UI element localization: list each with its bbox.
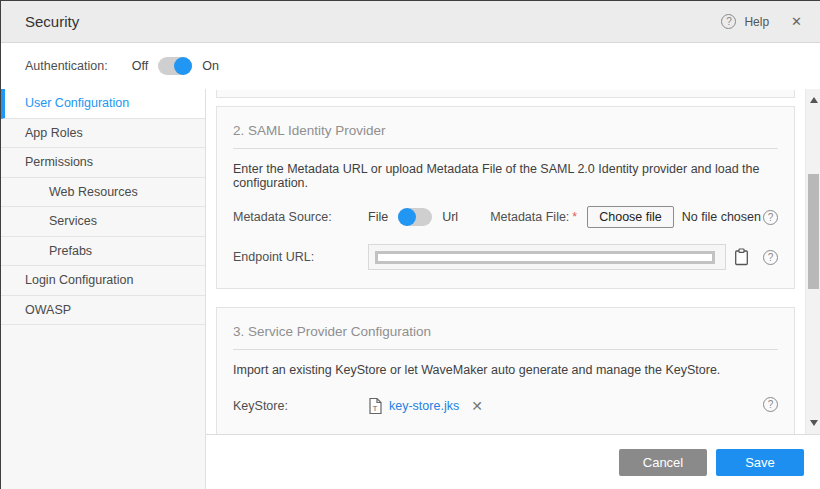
help-link[interactable]: Help xyxy=(744,15,769,29)
sidebar: User Configuration App Roles Permissions… xyxy=(1,89,206,489)
cancel-button[interactable]: Cancel xyxy=(619,449,707,476)
section-description: Import an existing KeyStore or let WaveM… xyxy=(233,363,778,377)
section-divider xyxy=(233,349,778,350)
saml-identity-provider-section: 2. SAML Identity Provider Enter the Meta… xyxy=(216,106,795,289)
close-icon[interactable]: ✕ xyxy=(791,14,802,29)
metadata-source-row: Metadata Source: File Url Metadata File:… xyxy=(233,206,778,228)
service-provider-configuration-section: 3. Service Provider Configuration Import… xyxy=(216,307,795,434)
file-chosen-status: No file chosen xyxy=(682,210,761,224)
dialog-footer: Cancel Save xyxy=(206,434,820,489)
scroll-up-icon[interactable] xyxy=(806,93,820,107)
section-title: 2. SAML Identity Provider xyxy=(233,119,778,148)
choose-file-button[interactable]: Choose file xyxy=(587,206,674,228)
keystore-help-icon[interactable]: ? xyxy=(763,397,778,412)
dialog-header: Security ? Help ✕ xyxy=(1,1,820,43)
help-icon[interactable]: ? xyxy=(721,14,736,29)
metadata-file-label: Metadata File:* xyxy=(490,210,577,224)
scrollbar-thumb[interactable] xyxy=(808,174,819,289)
metadata-help-icon[interactable]: ? xyxy=(763,210,778,225)
security-dialog: Security ? Help ✕ Authentication: Off On… xyxy=(0,0,820,489)
file-text-icon: T xyxy=(368,397,383,415)
keystore-row: KeyStore: T key-store.jks ✕ ? xyxy=(233,397,778,415)
vertical-scrollbar[interactable] xyxy=(805,89,820,434)
previous-section-partial xyxy=(216,90,795,98)
page-title: Security xyxy=(25,13,79,30)
toggle-knob xyxy=(398,208,416,226)
scroll-down-icon[interactable] xyxy=(806,416,820,430)
toggle-knob xyxy=(174,57,192,75)
sidebar-item-login-configuration[interactable]: Login Configuration xyxy=(1,266,205,296)
sidebar-item-app-roles[interactable]: App Roles xyxy=(1,119,205,149)
section-description: Enter the Metadata URL or upload Metadat… xyxy=(233,162,778,190)
sidebar-item-user-configuration[interactable]: User Configuration xyxy=(1,89,205,119)
endpoint-help-icon[interactable]: ? xyxy=(763,250,778,265)
metadata-source-label: Metadata Source: xyxy=(233,210,368,224)
auth-off-label: Off xyxy=(132,59,148,73)
svg-text:T: T xyxy=(373,404,378,413)
sidebar-item-prefabs[interactable]: Prefabs xyxy=(1,237,205,267)
scroll-area: 2. SAML Identity Provider Enter the Meta… xyxy=(206,89,820,434)
keystore-label: KeyStore: xyxy=(233,399,368,413)
authentication-toggle[interactable] xyxy=(158,57,192,75)
endpoint-url-label: Endpoint URL: xyxy=(233,250,368,264)
save-button[interactable]: Save xyxy=(716,449,804,476)
file-option-label: File xyxy=(368,210,388,224)
url-option-label: Url xyxy=(442,210,458,224)
sidebar-item-owasp[interactable]: OWASP xyxy=(1,296,205,326)
section-title: 3. Service Provider Configuration xyxy=(233,320,778,349)
sidebar-item-permissions[interactable]: Permissions xyxy=(1,148,205,178)
keystore-file-link[interactable]: key-store.jks xyxy=(389,399,459,413)
auth-on-label: On xyxy=(202,59,219,73)
authentication-label: Authentication: xyxy=(25,59,108,73)
section-divider xyxy=(233,148,778,149)
copy-icon[interactable] xyxy=(734,248,749,266)
endpoint-url-input[interactable] xyxy=(368,244,726,270)
redacted-url-value xyxy=(375,251,715,264)
sidebar-item-services[interactable]: Services xyxy=(1,207,205,237)
remove-keystore-icon[interactable]: ✕ xyxy=(471,398,483,414)
metadata-source-toggle[interactable] xyxy=(398,208,432,226)
authentication-row: Authentication: Off On xyxy=(1,43,820,89)
endpoint-url-row: Endpoint URL: ? xyxy=(233,244,778,270)
sidebar-item-web-resources[interactable]: Web Resources xyxy=(1,178,205,208)
required-asterisk: * xyxy=(572,210,577,224)
